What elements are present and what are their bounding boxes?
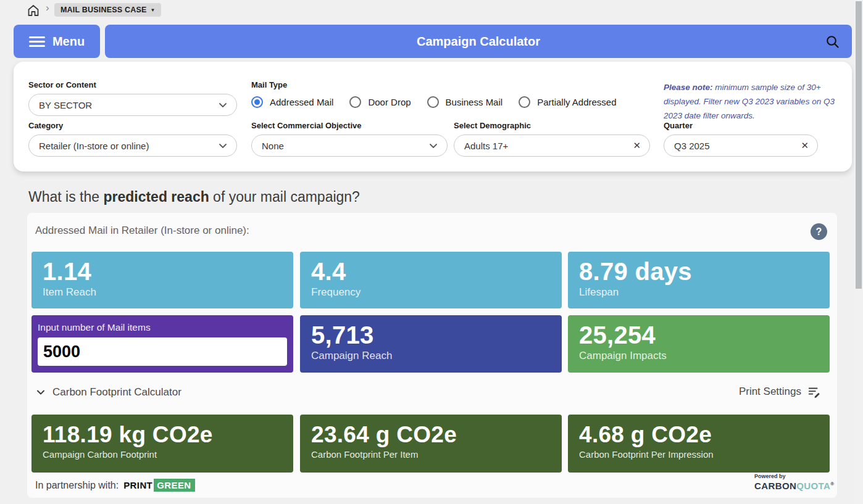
- printgreen-logo: PRINTGREEN: [123, 480, 194, 491]
- scrollbar-thumb[interactable]: [856, 1, 862, 289]
- radio-unselected-icon: [519, 96, 530, 108]
- campaign-carbon-value: 118.19 kg CO2e: [43, 422, 293, 447]
- carbonquota-quota: QUOTA: [796, 481, 830, 491]
- carbon-per-item-value: 23.64 g CO2e: [311, 422, 562, 447]
- clear-icon[interactable]: ✕: [801, 140, 809, 151]
- question-post: of your mail campaign?: [209, 189, 360, 205]
- radio-label: Partially Addressed: [537, 97, 616, 107]
- campaign-impacts-tile: 25,254 Campaign Impacts: [568, 315, 830, 373]
- campaign-reach-value: 5,713: [311, 321, 562, 349]
- carbon-per-item-tile: 23.64 g CO2e Carbon Footprint Per Item: [300, 415, 562, 473]
- breadcrumb-current[interactable]: MAIL BUSINESS CASE ▼: [54, 3, 161, 17]
- frequency-label: Frequency: [311, 286, 562, 299]
- chevron-down-icon: [35, 387, 46, 398]
- powered-by-label: Powered by: [754, 473, 835, 479]
- mail-items-input-tile: Input number of Mail items: [31, 315, 293, 373]
- objective-select[interactable]: None: [251, 134, 448, 157]
- mail-type-radio-group: Addressed Mail Door Drop Business Mail P…: [251, 96, 617, 108]
- print-settings-label: Print Settings: [739, 386, 801, 398]
- radio-business-mail[interactable]: Business Mail: [427, 96, 503, 108]
- category-select[interactable]: Retailer (In-store or online): [28, 134, 237, 157]
- sector-value: BY SECTOR: [39, 100, 213, 110]
- panel-title: Addressed Mail in Retailer (In-store or …: [35, 225, 249, 237]
- campaign-impacts-label: Campaign Impacts: [579, 350, 830, 362]
- carbon-per-impression-value: 4.68 g CO2e: [579, 422, 830, 447]
- radio-label: Addressed Mail: [270, 97, 333, 107]
- partnership-prefix: In partnership with:: [35, 480, 119, 491]
- results-panel: Addressed Mail in Retailer (In-store or …: [27, 213, 837, 498]
- partnership-row: In partnership with: PRINTGREEN: [35, 480, 195, 491]
- page-title: Campaign Calculator: [105, 25, 852, 58]
- campaign-impacts-value: 25,254: [579, 321, 830, 349]
- campaign-carbon-label: Campaign Carbon Footprint: [43, 449, 293, 460]
- category-value: Retailer (In-store or online): [39, 141, 213, 151]
- carbonquota-carbon: CARBON: [754, 481, 796, 491]
- radio-partially-addressed[interactable]: Partially Addressed: [519, 96, 616, 108]
- chevron-down-icon: [428, 141, 438, 151]
- frequency-tile: 4.4 Frequency: [300, 252, 562, 308]
- filter-panel: Sector or Content BY SECTOR Mail Type Ad…: [14, 62, 852, 171]
- carbonquota-logo: Powered by CARBONQUOTA®: [754, 473, 835, 491]
- menu-button[interactable]: Menu: [14, 25, 100, 58]
- sector-label: Sector or Content: [28, 80, 96, 89]
- radio-addressed-mail[interactable]: Addressed Mail: [251, 96, 333, 108]
- sector-select[interactable]: BY SECTOR: [28, 94, 237, 116]
- lifespan-label: Lifespan: [579, 286, 830, 299]
- clear-icon[interactable]: ✕: [633, 140, 641, 151]
- campaign-reach-label: Campaign Reach: [311, 350, 562, 362]
- lifespan-value: 8.79 days: [579, 258, 830, 286]
- breadcrumb-bar: › MAIL BUSINESS CASE ▼: [0, 0, 863, 21]
- objective-label: Select Commercial Objective: [251, 121, 361, 130]
- campaign-calculator-page: › MAIL BUSINESS CASE ▼ Menu Campaign Cal…: [0, 0, 863, 504]
- radio-label: Door Drop: [368, 97, 411, 107]
- note-bold: Please note:: [664, 83, 713, 92]
- radio-unselected-icon: [427, 96, 439, 108]
- carbon-per-impression-label: Carbon Footprint Per Impression: [579, 449, 830, 460]
- objective-value: None: [262, 141, 423, 151]
- chevron-down-icon: [218, 100, 228, 110]
- mail-type-label: Mail Type: [251, 80, 287, 89]
- quarter-label: Quarter: [664, 121, 693, 130]
- carbonquota-wordmark: CARBONQUOTA®: [754, 481, 835, 491]
- demographic-select[interactable]: Adults 17+ ✕: [454, 134, 650, 157]
- registered-mark: ®: [830, 481, 834, 487]
- quarter-value: Q3 2025: [674, 141, 796, 151]
- help-icon[interactable]: ?: [811, 223, 827, 240]
- demographic-label: Select Demographic: [454, 121, 531, 130]
- home-icon[interactable]: [26, 3, 41, 18]
- campaign-reach-tile: 5,713 Campaign Reach: [300, 315, 562, 373]
- hamburger-icon: [29, 36, 45, 47]
- item-reach-label: Item Reach: [43, 286, 293, 299]
- chevron-down-icon: [218, 141, 228, 151]
- radio-label: Business Mail: [446, 97, 503, 107]
- carbon-footprint-toggle[interactable]: Carbon Footprint Calculator: [35, 386, 181, 399]
- quarter-select[interactable]: Q3 2025 ✕: [664, 134, 818, 157]
- demographic-value: Adults 17+: [464, 141, 628, 151]
- printgreen-print: PRINT: [123, 480, 152, 490]
- breadcrumb-label: MAIL BUSINESS CASE: [60, 6, 147, 14]
- menu-button-label: Menu: [52, 35, 85, 49]
- printgreen-green: GREEN: [154, 479, 194, 492]
- campaign-carbon-tile: 118.19 kg CO2e Campaign Carbon Footprint: [31, 415, 293, 473]
- page-scrollbar[interactable]: [854, 0, 863, 504]
- note-text: Please note: minimum sample size of 30+ …: [664, 80, 846, 123]
- print-settings-button[interactable]: Print Settings: [739, 385, 821, 399]
- radio-unselected-icon: [349, 96, 361, 108]
- lifespan-tile: 8.79 days Lifespan: [568, 252, 830, 308]
- caret-down-icon: ▼: [151, 7, 156, 13]
- radio-selected-icon: [251, 96, 263, 108]
- item-reach-tile: 1.14 Item Reach: [31, 252, 293, 308]
- radio-door-drop[interactable]: Door Drop: [349, 96, 411, 108]
- carbon-per-item-label: Carbon Footprint Per Item: [311, 449, 562, 460]
- edit-list-icon: [807, 385, 821, 399]
- mail-items-input[interactable]: [38, 337, 287, 366]
- carbon-per-impression-tile: 4.68 g CO2e Carbon Footprint Per Impress…: [568, 415, 830, 473]
- question-heading: What is the predicted reach of your mail…: [28, 189, 360, 205]
- question-bold: predicted reach: [103, 189, 209, 205]
- mail-items-input-label: Input number of Mail items: [38, 322, 293, 333]
- carbon-footprint-title: Carbon Footprint Calculator: [52, 386, 181, 399]
- search-icon[interactable]: [825, 34, 841, 50]
- header-title-bar: Campaign Calculator: [105, 25, 852, 58]
- breadcrumb-separator-icon: ›: [46, 2, 49, 14]
- question-pre: What is the: [28, 189, 103, 205]
